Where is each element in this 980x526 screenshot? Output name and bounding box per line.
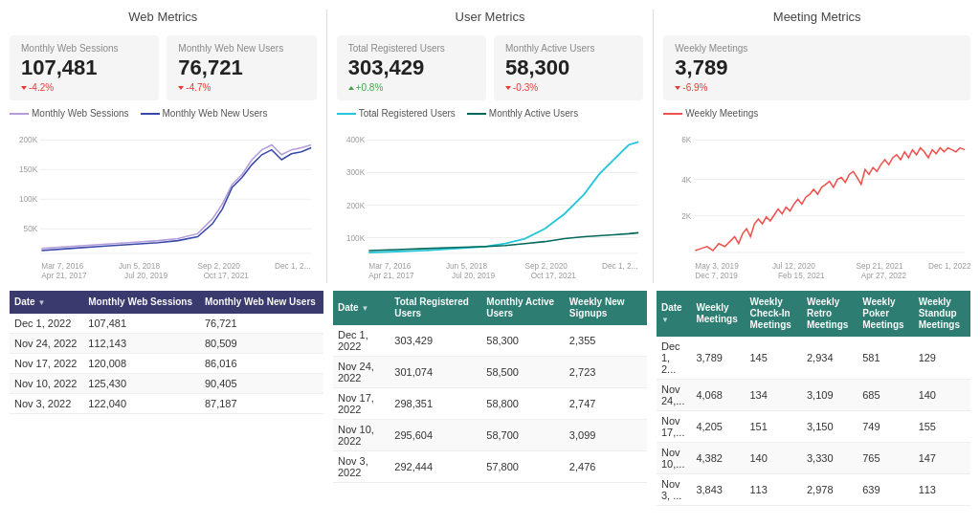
web-sessions-card: Monthly Web Sessions 107,481 -4.2% bbox=[10, 35, 159, 100]
meeting-col-poker: Weekly Poker Meetings bbox=[858, 291, 913, 337]
svg-text:200K: 200K bbox=[346, 202, 366, 210]
svg-text:2K: 2K bbox=[681, 212, 692, 221]
table-row: Nov 3, 2022292,44457,8002,476 bbox=[333, 451, 647, 483]
meeting-col-weekly: Weekly Meetings bbox=[691, 291, 745, 337]
web-metric-cards: Monthly Web Sessions 107,481 -4.2% Month… bbox=[10, 35, 317, 100]
user-metric-cards: Total Registered Users 303,429 +0.8% Mon… bbox=[337, 35, 644, 100]
meeting-col-date[interactable]: Date ▼ bbox=[657, 291, 691, 337]
svg-text:Dec 7, 2019: Dec 7, 2019 bbox=[696, 272, 739, 280]
weekly-meetings-change: -6.9% bbox=[675, 82, 959, 93]
svg-text:May 3, 2019: May 3, 2019 bbox=[696, 262, 740, 271]
svg-text:4K: 4K bbox=[681, 176, 692, 185]
svg-text:Mar 7, 2016: Mar 7, 2016 bbox=[41, 262, 83, 271]
meeting-data-table: Date ▼ Weekly Meetings Weekly Check-In M… bbox=[657, 291, 970, 506]
svg-text:200K: 200K bbox=[19, 136, 38, 144]
table-row: Nov 3, ...3,8431132,978639113 bbox=[657, 474, 970, 506]
table-row: Nov 24, 2022301,07458,5002,723 bbox=[333, 357, 647, 388]
arrow-up-icon bbox=[348, 86, 354, 90]
legend-dot bbox=[10, 113, 29, 115]
svg-text:Sep 21, 2021: Sep 21, 2021 bbox=[857, 262, 903, 271]
table-row: Nov 10, 2022295,60458,7003,099 bbox=[333, 420, 647, 451]
divider-2 bbox=[653, 10, 654, 283]
user-metrics-panel: User Metrics Total Registered Users 303,… bbox=[337, 10, 644, 283]
meeting-col-checkin: Weekly Check-In Meetings bbox=[745, 291, 801, 337]
user-chart-svg: 400K 300K 200K 100K Mar 7, 2016 Jun 5, 2… bbox=[337, 130, 644, 283]
weekly-meetings-label: Weekly Meetings bbox=[675, 43, 959, 54]
web-table: Date ▼ Monthly Web Sessions Monthly Web … bbox=[10, 291, 323, 414]
sort-icon: ▼ bbox=[361, 304, 368, 313]
meeting-metrics-title: Meeting Metrics bbox=[663, 10, 970, 24]
table-row: Nov 10,...4,3821403,330765147 bbox=[657, 443, 970, 474]
total-registered-value: 303,429 bbox=[348, 55, 475, 80]
user-col-active: Monthly Active Users bbox=[481, 291, 565, 325]
meeting-col-standup: Weekly Standup Meetings bbox=[914, 291, 970, 337]
svg-text:400K: 400K bbox=[346, 136, 366, 144]
total-registered-change: +0.8% bbox=[348, 82, 475, 93]
table-row: Nov 10, 2022125,43090,405 bbox=[10, 374, 323, 394]
user-data-table: Date ▼ Total Registered Users Monthly Ac… bbox=[333, 291, 647, 506]
arrow-down-icon bbox=[675, 86, 680, 90]
meeting-chart: 6K 4K 2K May 3, 2019 Jul 12, 2020 Sep 21… bbox=[663, 130, 970, 283]
user-table: Date ▼ Total Registered Users Monthly Ac… bbox=[333, 291, 647, 483]
meeting-chart-legend: Weekly Meetings bbox=[663, 108, 970, 119]
user-legend-registered: Total Registered Users bbox=[337, 108, 456, 119]
arrow-down-icon bbox=[21, 86, 27, 90]
monthly-active-card: Monthly Active Users 58,300 -0.3% bbox=[494, 35, 643, 100]
table-row: Nov 17, 2022120,00886,016 bbox=[10, 354, 323, 374]
svg-text:50K: 50K bbox=[24, 225, 38, 233]
user-chart: 400K 300K 200K 100K Mar 7, 2016 Jun 5, 2… bbox=[337, 130, 644, 283]
user-metrics-title: User Metrics bbox=[337, 10, 644, 24]
svg-text:Sep 2, 2020: Sep 2, 2020 bbox=[524, 262, 568, 271]
svg-text:Jun 5, 2018: Jun 5, 2018 bbox=[119, 262, 161, 271]
table-row: Nov 24,...4,0681343,109685140 bbox=[657, 380, 970, 411]
svg-text:Apr 21, 2017: Apr 21, 2017 bbox=[368, 272, 414, 280]
svg-text:Jun 5, 2018: Jun 5, 2018 bbox=[446, 262, 488, 271]
meeting-table-body: Dec 1, 2...3,7891452,934581129Nov 24,...… bbox=[657, 337, 970, 506]
user-col-date[interactable]: Date ▼ bbox=[333, 291, 390, 325]
sort-icon: ▼ bbox=[37, 298, 45, 307]
legend-dot bbox=[467, 113, 486, 115]
svg-text:Apr 21, 2017: Apr 21, 2017 bbox=[41, 272, 87, 280]
dashboard: Web Metrics Monthly Web Sessions 107,481… bbox=[0, 0, 980, 515]
monthly-active-label: Monthly Active Users bbox=[505, 43, 632, 54]
legend-dot bbox=[663, 113, 682, 115]
svg-text:Mar 7, 2016: Mar 7, 2016 bbox=[368, 262, 411, 271]
svg-text:Jul 20, 2019: Jul 20, 2019 bbox=[124, 272, 167, 280]
monthly-active-value: 58,300 bbox=[505, 55, 632, 80]
web-new-users-label: Monthly Web New Users bbox=[178, 43, 304, 54]
meeting-chart-svg: 6K 4K 2K May 3, 2019 Jul 12, 2020 Sep 21… bbox=[663, 130, 970, 283]
arrow-down-icon bbox=[178, 86, 184, 90]
user-chart-legend: Total Registered Users Monthly Active Us… bbox=[337, 108, 644, 119]
web-new-users-value: 76,721 bbox=[178, 55, 304, 80]
web-col-sessions: Monthly Web Sessions bbox=[83, 291, 200, 314]
svg-text:6K: 6K bbox=[681, 136, 692, 144]
bottom-section: Date ▼ Monthly Web Sessions Monthly Web … bbox=[10, 291, 970, 506]
arrow-down-icon bbox=[505, 86, 511, 90]
svg-text:100K: 100K bbox=[19, 195, 38, 204]
svg-text:Dec 1, 2022: Dec 1, 2022 bbox=[928, 262, 970, 271]
web-sessions-value: 107,481 bbox=[21, 55, 147, 80]
top-section: Web Metrics Monthly Web Sessions 107,481… bbox=[10, 10, 970, 283]
monthly-active-change: -0.3% bbox=[505, 82, 632, 93]
web-metrics-title: Web Metrics bbox=[10, 10, 317, 24]
web-col-date[interactable]: Date ▼ bbox=[10, 291, 83, 314]
user-table-body: Dec 1, 2022303,42958,3002,355Nov 24, 202… bbox=[333, 325, 647, 483]
table-row: Nov 17,...4,2051513,150749155 bbox=[657, 411, 970, 443]
svg-text:300K: 300K bbox=[346, 168, 366, 177]
svg-text:Dec 1, 2...: Dec 1, 2... bbox=[602, 262, 638, 271]
web-new-users-change: -4.7% bbox=[178, 82, 304, 93]
table-row: Dec 1, 2022303,42958,3002,355 bbox=[333, 325, 647, 357]
table-row: Nov 24, 2022112,14380,509 bbox=[10, 334, 323, 354]
divider-1 bbox=[326, 10, 327, 283]
table-row: Nov 3, 2022122,04087,187 bbox=[10, 394, 323, 414]
svg-text:Dec 1, 2...: Dec 1, 2... bbox=[275, 262, 311, 271]
web-metrics-panel: Web Metrics Monthly Web Sessions 107,481… bbox=[10, 10, 317, 283]
svg-text:Apr 27, 2022: Apr 27, 2022 bbox=[861, 272, 907, 280]
web-legend-newusers: Monthly Web New Users bbox=[141, 108, 268, 119]
web-table-body: Dec 1, 2022107,48176,721Nov 24, 2022112,… bbox=[10, 314, 323, 414]
weekly-meetings-value: 3,789 bbox=[675, 55, 959, 80]
user-col-registered: Total Registered Users bbox=[390, 291, 481, 325]
web-chart: 200K 150K 100K 50K Mar 7, 2016 Jun 5, 20… bbox=[10, 130, 317, 283]
meeting-col-retro: Weekly Retro Meetings bbox=[802, 291, 858, 337]
user-col-signups: Weekly New Signups bbox=[565, 291, 647, 325]
